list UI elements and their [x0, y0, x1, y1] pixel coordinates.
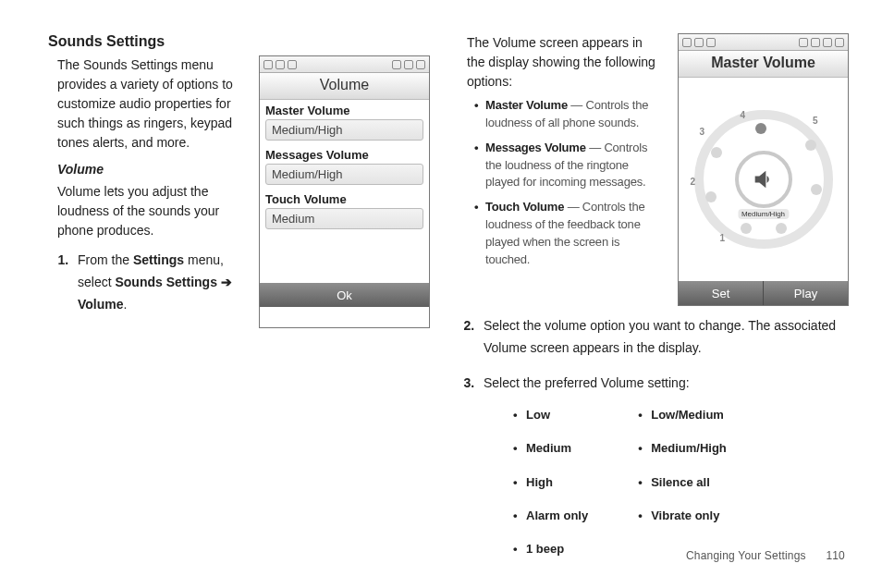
step-3: Select the preferred Volume setting: Low… — [478, 373, 849, 572]
row-label: Master Volume — [260, 100, 429, 119]
level-option: Vibrate only — [638, 506, 727, 526]
status-bar — [260, 56, 429, 73]
dial-tick — [811, 184, 822, 195]
page-footer: Changing Your Settings 110 — [686, 549, 845, 562]
level-option: Medium/High — [638, 438, 727, 459]
desc-messages: Messages Volume — Controls the loudness … — [474, 140, 661, 192]
volume-desc: Volume lets you adjust the loudness of t… — [57, 182, 242, 240]
speaker-icon: Medium/High — [735, 151, 792, 208]
desc-master: Master Volume — Controls the loudness of… — [474, 97, 661, 132]
softkey-ok[interactable]: Ok — [260, 283, 429, 307]
level-option: High — [513, 472, 588, 493]
row-value: Medium/High — [265, 119, 423, 141]
volume-dial[interactable]: 1 2 3 4 5 Medium/ — [679, 78, 848, 281]
row-label: Messages Volume — [260, 144, 429, 164]
intro-text: The Sounds Settings menu provides a vari… — [57, 55, 242, 153]
status-right-icons — [799, 38, 844, 47]
dial-tick — [741, 223, 752, 234]
page-number: 110 — [826, 549, 845, 562]
dial-num-3: 3 — [700, 127, 705, 137]
subheading-volume: Volume — [57, 162, 242, 177]
section-heading: Sounds Settings — [48, 33, 430, 50]
dial-tick — [711, 147, 722, 158]
status-left-icons — [682, 38, 716, 47]
level-option: Alarm only — [513, 506, 588, 526]
level-option: Silence all — [638, 472, 727, 493]
dial-num-1: 1 — [720, 233, 726, 243]
volume-list-phone: Volume Master Volume Medium/High Message… — [259, 55, 430, 328]
dial-num-5: 5 — [813, 116, 818, 126]
phone-title: Volume — [260, 73, 429, 100]
row-label: Touch Volume — [260, 189, 429, 208]
status-right-icons — [392, 60, 425, 69]
lead-text: The Volume screen appears in the display… — [467, 33, 661, 92]
footer-section: Changing Your Settings — [686, 549, 806, 562]
dial-num-4: 4 — [741, 110, 746, 120]
phone-title: Master Volume — [679, 51, 848, 78]
dial-tick — [776, 223, 787, 234]
row-value: Medium/High — [265, 164, 423, 185]
dial-tick-active — [755, 123, 766, 134]
step-1: From the Settings menu, select Sounds Se… — [72, 250, 242, 315]
level-option: Low — [513, 405, 588, 425]
step-2: Select the volume option you want to cha… — [478, 315, 849, 360]
level-option: Low/Medium — [638, 405, 727, 425]
desc-touch: Touch Volume — Controls the loudness of … — [474, 199, 661, 268]
dial-level-label: Medium/High — [738, 209, 789, 219]
option-descriptions: Master Volume — Controls the loudness of… — [474, 97, 661, 269]
level-option: 1 beep — [513, 539, 588, 559]
row-value: Medium — [265, 208, 423, 229]
softkey-play[interactable]: Play — [764, 287, 848, 300]
volume-row[interactable]: Touch Volume Medium — [260, 189, 429, 229]
volume-row[interactable]: Master Volume Medium/High — [260, 100, 429, 141]
dial-num-2: 2 — [691, 177, 696, 187]
levels-col-b: Low/Medium Medium/High Silence all Vibra… — [638, 405, 727, 571]
softkey-set[interactable]: Set — [679, 287, 763, 300]
master-volume-phone: Master Volume 1 2 3 4 5 — [678, 33, 849, 306]
dial-tick — [705, 191, 717, 202]
dial-tick — [805, 140, 816, 151]
levels-col-a: Low Medium High Alarm only 1 beep — [513, 405, 588, 571]
status-bar — [679, 34, 848, 51]
status-left-icons — [263, 60, 297, 69]
level-option: Medium — [513, 438, 588, 459]
volume-row[interactable]: Messages Volume Medium/High — [260, 144, 429, 185]
